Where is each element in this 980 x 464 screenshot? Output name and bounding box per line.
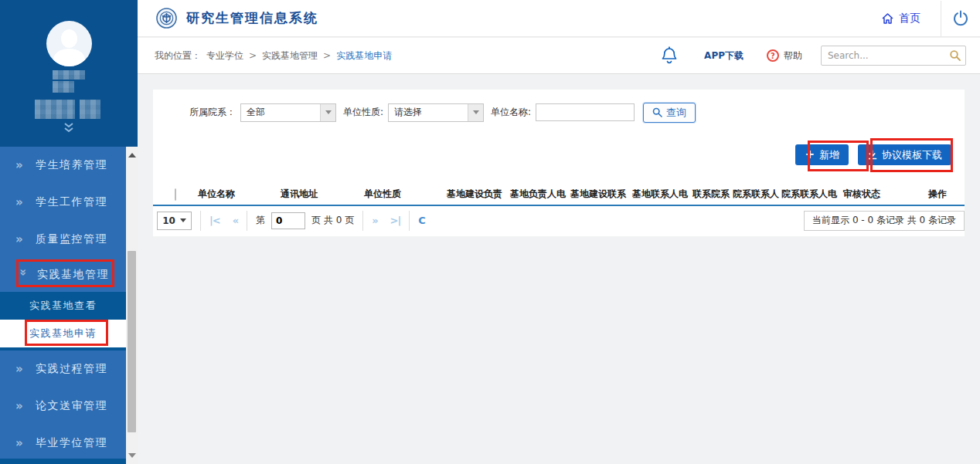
scrollbar-thumb[interactable]	[128, 251, 136, 432]
chevron-right-icon: »	[15, 436, 36, 450]
notification-bell-icon[interactable]	[661, 46, 678, 65]
template-download-label: 协议模板下载	[882, 148, 942, 162]
column-header-unit-nature[interactable]: 单位性质	[364, 188, 447, 201]
sidebar-item-practice-process[interactable]: » 实践过程管理	[0, 351, 126, 388]
app-download-link[interactable]: APP下载	[704, 49, 744, 63]
redacted-user-id	[53, 81, 74, 93]
select-all-cell	[175, 189, 198, 200]
home-label: 首页	[899, 12, 920, 25]
sidebar-item-graduation-degree[interactable]: » 毕业学位管理	[0, 425, 126, 462]
breadcrumb-separator: >	[249, 50, 257, 61]
sidebar-item-student-work[interactable]: » 学生工作管理	[0, 184, 126, 221]
global-search	[821, 46, 966, 66]
select-all-checkbox[interactable]	[175, 188, 176, 201]
column-header-base-contact-tel[interactable]: 基地联系人电	[632, 188, 692, 201]
university-logo	[156, 8, 177, 29]
page-size-caret-icon	[180, 218, 186, 222]
column-header-unit-name[interactable]: 单位名称	[198, 188, 281, 201]
breadcrumb: 我的位置： 专业学位 > 实践基地管理 > 实践基地申请	[155, 49, 392, 63]
home-button[interactable]: 首页	[881, 12, 920, 25]
column-header-base-contact[interactable]: 基地建设联系	[570, 188, 632, 201]
column-header-audit-status[interactable]: 审核状态	[843, 188, 928, 201]
sidebar-subitem-practice-base-apply[interactable]: 实践基地申请	[0, 320, 126, 347]
scroll-up-arrow-icon[interactable]	[128, 153, 136, 157]
download-icon	[867, 150, 877, 160]
first-page-button[interactable]: |<	[209, 215, 220, 226]
sidebar-item-label: 实践过程管理	[36, 362, 107, 376]
filter-row: 所属院系： 全部 单位性质: 请选择 单位名称:	[189, 103, 696, 122]
top-header: 研究生管理信息系统 首页	[138, 0, 980, 37]
sidebar-scrollbar[interactable]	[126, 147, 138, 464]
breadcrumb-item-practice-base-mgmt[interactable]: 实践基地管理	[262, 49, 318, 63]
chevron-right-icon: »	[15, 362, 36, 376]
submenu-item-label: 实践基地申请	[29, 327, 97, 340]
prev-page-button[interactable]: «	[233, 215, 238, 226]
sidebar: » 学生培养管理 » 学生工作管理 » 质量监控管理 » 实践基地管理 实践基地…	[0, 0, 138, 464]
breadcrumb-separator: >	[323, 50, 331, 61]
unit-name-input[interactable]	[536, 103, 635, 121]
last-page-button[interactable]: >|	[390, 215, 401, 226]
chevron-right-icon: »	[15, 195, 36, 209]
page-size-select[interactable]: 10	[157, 212, 192, 230]
sidebar-menu: » 学生培养管理 » 学生工作管理 » 质量监控管理 » 实践基地管理 实践基地…	[0, 147, 126, 462]
sidebar-item-practice-base[interactable]: » 实践基地管理	[0, 258, 126, 292]
column-header-dept-contact-tel[interactable]: 院系联系人电	[781, 188, 843, 201]
select-chevron-down-icon	[468, 104, 483, 121]
next-page-button[interactable]: »	[372, 215, 377, 226]
refresh-button[interactable]: C	[418, 215, 426, 226]
record-count-summary: 当前显示 0 - 0 条记录 共 0 条记录	[804, 211, 965, 231]
template-download-button[interactable]: 协议模板下载	[858, 144, 951, 165]
quickbar: APP下载 ? 帮助	[661, 46, 980, 66]
breadcrumb-item-current: 实践基地申请	[336, 49, 392, 63]
breadcrumb-item-degree[interactable]: 专业学位	[206, 49, 243, 63]
page-number-input[interactable]	[271, 212, 305, 229]
chevron-right-icon: »	[15, 158, 36, 172]
sidebar-item-label: 论文送审管理	[36, 399, 107, 413]
help-link[interactable]: ? 帮助	[767, 49, 802, 63]
search-input[interactable]	[821, 46, 966, 66]
search-icon[interactable]	[949, 49, 961, 62]
breadcrumb-bar: 我的位置： 专业学位 > 实践基地管理 > 实践基地申请 APP下载 ? 帮助	[138, 38, 980, 74]
add-button[interactable]: + 新增	[795, 144, 849, 165]
column-header-base-builder[interactable]: 基地建设负责	[447, 188, 510, 201]
pager-divider	[362, 211, 363, 231]
profile-expand-chevron-icon[interactable]	[62, 123, 76, 133]
column-header-base-leader-tel[interactable]: 基地负责人电	[510, 188, 570, 201]
page-suffix-label: 页 共 0 页	[311, 214, 354, 227]
query-button-label: 查询	[666, 106, 686, 120]
sidebar-item-thesis-review[interactable]: » 论文送审管理	[0, 388, 126, 425]
dept-filter-label: 所属院系：	[189, 106, 236, 119]
pagination-bar: 10 |< « 第 页 共 0 页 » >| C 当前显示 0 - 0 条记录 …	[157, 209, 965, 232]
column-header-dept-contact[interactable]: 院系联系人	[733, 188, 781, 201]
sidebar-bottom-strip	[0, 459, 126, 464]
sidebar-item-label: 毕业学位管理	[36, 436, 107, 450]
nature-select[interactable]: 请选择	[388, 103, 484, 122]
avatar-head	[61, 29, 77, 48]
column-header-dept[interactable]: 联系院系	[692, 188, 733, 201]
sidebar-item-student-training[interactable]: » 学生培养管理	[0, 147, 126, 184]
nature-filter-label: 单位性质:	[343, 106, 383, 119]
avatar-torso	[53, 49, 85, 66]
logout-button[interactable]	[941, 10, 980, 27]
avatar	[46, 21, 92, 66]
select-chevron-down-icon	[320, 104, 335, 121]
breadcrumb-prefix: 我的位置：	[155, 49, 201, 63]
column-header-address[interactable]: 通讯地址	[281, 188, 364, 201]
sidebar-item-label: 质量监控管理	[36, 232, 107, 246]
sidebar-subitem-practice-base-view[interactable]: 实践基地查看	[0, 292, 126, 320]
practice-base-submenu: 实践基地查看 实践基地申请	[0, 292, 126, 351]
app-screen: » 学生培养管理 » 学生工作管理 » 质量监控管理 » 实践基地管理 实践基地…	[0, 0, 980, 464]
sidebar-item-quality-monitor[interactable]: » 质量监控管理	[0, 221, 126, 258]
header-right: 首页	[881, 0, 980, 36]
help-label: 帮助	[784, 49, 802, 63]
sidebar-item-label: 实践基地管理	[37, 268, 109, 282]
query-button[interactable]: 查询	[643, 103, 696, 123]
dept-select[interactable]: 全部	[240, 103, 336, 122]
scroll-down-arrow-icon[interactable]	[128, 453, 136, 458]
pager-divider	[247, 211, 247, 231]
page-prefix-label: 第	[256, 214, 265, 227]
pager-divider	[409, 211, 410, 231]
page-size-value: 10	[162, 215, 175, 226]
column-header-operations[interactable]: 操作	[928, 188, 961, 201]
content-panel: 所属院系： 全部 单位性质: 请选择 单位名称:	[153, 90, 965, 236]
